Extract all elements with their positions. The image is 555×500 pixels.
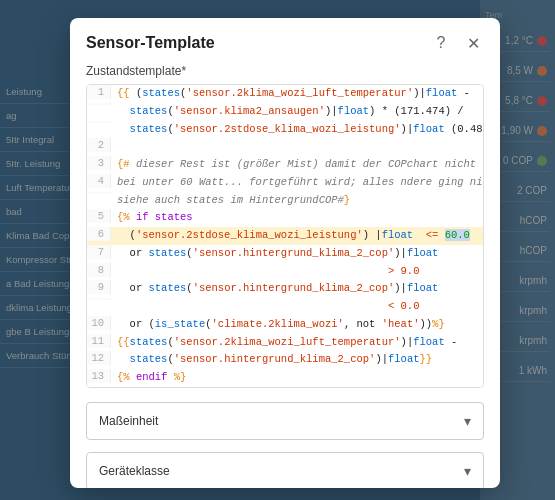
code-line-13: 13 {% endif %} — [87, 369, 483, 387]
geräteklasse-dropdown[interactable]: Geräteklasse ▾ — [86, 452, 484, 488]
code-line-5: 5 {% if states — [87, 209, 483, 227]
code-line-9b: < 0.0 — [87, 298, 483, 316]
code-line-3: 3 {# dieser Rest ist (größer Mist) damit… — [87, 156, 483, 174]
modal-header: Sensor-Template ? ✕ — [70, 18, 500, 64]
code-line-8: 8 > 9.0 — [87, 263, 483, 281]
sensor-template-modal: Sensor-Template ? ✕ Zustandstemplate* 1 … — [70, 18, 500, 488]
geräteklasse-arrow-icon: ▾ — [464, 463, 471, 479]
modal-body: Zustandstemplate* 1 {{ (states('sensor.2… — [70, 64, 500, 488]
maßeinheit-dropdown[interactable]: Maßeinheit ▾ — [86, 402, 484, 440]
code-line-6: 6 ('sensor.2stdose_klima_wozi_leistung')… — [87, 227, 483, 245]
code-line-7: 7 or states('sensor.hintergrund_klima_2_… — [87, 245, 483, 263]
help-icon[interactable]: ? — [430, 32, 452, 54]
code-line-1b: states('sensor.klima2_ansaugen')|float) … — [87, 103, 483, 121]
code-line-1c: states('sensor.2stdose_klima_wozi_leistu… — [87, 121, 483, 139]
code-line-4b: siehe auch states im HintergrundCOP#} — [87, 192, 483, 210]
code-line-2: 2 — [87, 138, 483, 156]
modal-header-icons: ? ✕ — [430, 32, 484, 54]
code-line-9: 9 or states('sensor.hintergrund_klima_2_… — [87, 280, 483, 298]
code-line-1: 1 {{ (states('sensor.2klima_wozi_luft_te… — [87, 85, 483, 103]
maßeinheit-label: Maßeinheit — [99, 414, 158, 428]
code-line-11: 11 {{states('sensor.2klima_wozi_luft_tem… — [87, 334, 483, 352]
code-editor[interactable]: 1 {{ (states('sensor.2klima_wozi_luft_te… — [86, 84, 484, 388]
maßeinheit-arrow-icon: ▾ — [464, 413, 471, 429]
zustandstemplate-label: Zustandstemplate* — [86, 64, 484, 78]
modal-title: Sensor-Template — [86, 34, 215, 52]
geräteklasse-label: Geräteklasse — [99, 464, 170, 478]
close-icon[interactable]: ✕ — [462, 32, 484, 54]
code-line-4: 4 bei unter 60 Watt... fortgeführt wird;… — [87, 174, 483, 192]
code-line-12: 12 states('sensor.hintergrund_klima_2_co… — [87, 351, 483, 369]
code-line-10: 10 or (is_state('climate.2klima_wozi', n… — [87, 316, 483, 334]
